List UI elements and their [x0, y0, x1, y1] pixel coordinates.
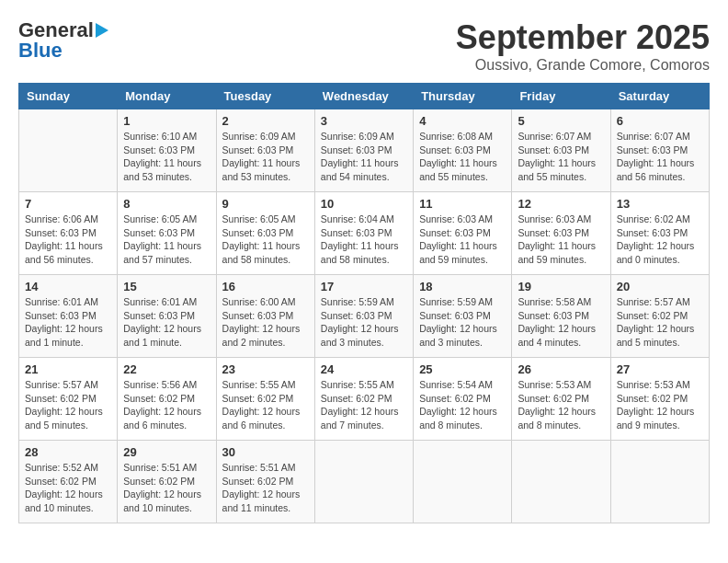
day-info: Sunrise: 5:55 AMSunset: 6:02 PMDaylight:…	[321, 378, 407, 432]
calendar-cell: 22Sunrise: 5:56 AMSunset: 6:02 PMDayligh…	[118, 358, 216, 441]
day-number: 12	[518, 197, 604, 211]
day-info: Sunrise: 6:03 AMSunset: 6:03 PMDaylight:…	[518, 213, 604, 267]
day-info: Sunrise: 6:02 AMSunset: 6:03 PMDaylight:…	[617, 213, 703, 267]
calendar-cell: 4Sunrise: 6:08 AMSunset: 6:03 PMDaylight…	[414, 109, 512, 192]
calendar-cell: 7Sunrise: 6:06 AMSunset: 6:03 PMDaylight…	[19, 192, 118, 275]
calendar-cell: 1Sunrise: 6:10 AMSunset: 6:03 PMDaylight…	[118, 109, 216, 192]
day-info: Sunrise: 6:06 AMSunset: 6:03 PMDaylight:…	[25, 213, 111, 267]
calendar-cell: 16Sunrise: 6:00 AMSunset: 6:03 PMDayligh…	[216, 275, 314, 358]
calendar-cell: 15Sunrise: 6:01 AMSunset: 6:03 PMDayligh…	[118, 275, 216, 358]
day-number: 25	[419, 362, 506, 376]
calendar-cell: 12Sunrise: 6:03 AMSunset: 6:03 PMDayligh…	[512, 192, 610, 275]
day-info: Sunrise: 6:09 AMSunset: 6:03 PMDaylight:…	[321, 130, 407, 184]
calendar-cell: 28Sunrise: 5:52 AMSunset: 6:02 PMDayligh…	[19, 441, 118, 523]
day-number: 28	[25, 445, 111, 459]
page-title: September 2025	[456, 18, 710, 57]
weekday-header-tuesday: Tuesday	[216, 84, 314, 109]
calendar-cell: 18Sunrise: 5:59 AMSunset: 6:03 PMDayligh…	[414, 275, 512, 358]
calendar-cell: 29Sunrise: 5:51 AMSunset: 6:02 PMDayligh…	[118, 441, 216, 523]
day-info: Sunrise: 6:04 AMSunset: 6:03 PMDaylight:…	[321, 213, 407, 267]
calendar-cell: 30Sunrise: 5:51 AMSunset: 6:02 PMDayligh…	[216, 441, 314, 523]
calendar-cell	[610, 441, 709, 523]
weekday-header-thursday: Thursday	[414, 84, 512, 109]
calendar-cell: 17Sunrise: 5:59 AMSunset: 6:03 PMDayligh…	[314, 275, 413, 358]
day-info: Sunrise: 6:07 AMSunset: 6:03 PMDaylight:…	[617, 130, 703, 184]
day-number: 10	[321, 197, 407, 211]
week-row-4: 21Sunrise: 5:57 AMSunset: 6:02 PMDayligh…	[19, 358, 710, 441]
calendar-cell: 24Sunrise: 5:55 AMSunset: 6:02 PMDayligh…	[314, 358, 413, 441]
calendar-cell: 27Sunrise: 5:53 AMSunset: 6:02 PMDayligh…	[610, 358, 709, 441]
weekday-header-friday: Friday	[512, 84, 610, 109]
day-number: 5	[518, 114, 604, 128]
day-number: 20	[617, 280, 703, 293]
day-info: Sunrise: 5:55 AMSunset: 6:02 PMDaylight:…	[222, 378, 309, 432]
calendar-cell: 20Sunrise: 5:57 AMSunset: 6:02 PMDayligh…	[610, 275, 709, 358]
calendar-cell: 26Sunrise: 5:53 AMSunset: 6:02 PMDayligh…	[512, 358, 610, 441]
calendar-cell: 13Sunrise: 6:02 AMSunset: 6:03 PMDayligh…	[610, 192, 709, 275]
day-number: 14	[25, 280, 111, 293]
day-info: Sunrise: 6:10 AMSunset: 6:03 PMDaylight:…	[123, 130, 210, 184]
day-number: 23	[222, 362, 309, 376]
calendar-cell	[314, 441, 413, 523]
weekday-header-sunday: Sunday	[19, 84, 118, 109]
logo-blue: Blue	[18, 39, 63, 63]
day-info: Sunrise: 5:56 AMSunset: 6:02 PMDaylight:…	[123, 378, 210, 432]
day-info: Sunrise: 6:00 AMSunset: 6:03 PMDaylight:…	[222, 295, 309, 350]
weekday-header-saturday: Saturday	[610, 84, 709, 109]
calendar-cell: 25Sunrise: 5:54 AMSunset: 6:02 PMDayligh…	[414, 358, 512, 441]
day-number: 22	[123, 362, 210, 376]
weekday-header-row: SundayMondayTuesdayWednesdayThursdayFrid…	[19, 84, 710, 109]
day-number: 17	[321, 280, 407, 293]
day-info: Sunrise: 5:59 AMSunset: 6:03 PMDaylight:…	[419, 295, 506, 350]
day-number: 21	[25, 362, 111, 376]
day-number: 24	[321, 362, 407, 376]
week-row-1: 1Sunrise: 6:10 AMSunset: 6:03 PMDaylight…	[19, 109, 710, 192]
day-number: 3	[321, 114, 407, 128]
calendar-cell: 5Sunrise: 6:07 AMSunset: 6:03 PMDaylight…	[512, 109, 610, 192]
calendar-cell: 6Sunrise: 6:07 AMSunset: 6:03 PMDaylight…	[610, 109, 709, 192]
day-number: 1	[123, 114, 210, 128]
calendar-cell	[512, 441, 610, 523]
day-info: Sunrise: 6:01 AMSunset: 6:03 PMDaylight:…	[25, 295, 111, 350]
day-info: Sunrise: 5:52 AMSunset: 6:02 PMDaylight:…	[25, 461, 111, 515]
day-info: Sunrise: 6:07 AMSunset: 6:03 PMDaylight:…	[518, 130, 604, 184]
week-row-3: 14Sunrise: 6:01 AMSunset: 6:03 PMDayligh…	[19, 275, 710, 358]
day-info: Sunrise: 6:05 AMSunset: 6:03 PMDaylight:…	[222, 213, 309, 267]
day-info: Sunrise: 6:05 AMSunset: 6:03 PMDaylight:…	[123, 213, 210, 267]
day-info: Sunrise: 6:08 AMSunset: 6:03 PMDaylight:…	[419, 130, 506, 184]
day-number: 9	[222, 197, 309, 211]
calendar-cell	[414, 441, 512, 523]
calendar-cell	[19, 109, 118, 192]
day-info: Sunrise: 5:53 AMSunset: 6:02 PMDaylight:…	[617, 378, 703, 432]
day-info: Sunrise: 5:57 AMSunset: 6:02 PMDaylight:…	[617, 295, 703, 350]
weekday-header-monday: Monday	[118, 84, 216, 109]
day-number: 6	[617, 114, 703, 128]
calendar-cell: 8Sunrise: 6:05 AMSunset: 6:03 PMDaylight…	[118, 192, 216, 275]
calendar-table: SundayMondayTuesdayWednesdayThursdayFrid…	[18, 83, 710, 523]
day-number: 11	[419, 197, 506, 211]
calendar-cell: 23Sunrise: 5:55 AMSunset: 6:02 PMDayligh…	[216, 358, 314, 441]
header: General Blue September 2025 Oussivo, Gra…	[18, 18, 710, 74]
day-info: Sunrise: 5:51 AMSunset: 6:02 PMDaylight:…	[123, 461, 210, 515]
day-info: Sunrise: 5:51 AMSunset: 6:02 PMDaylight:…	[222, 461, 309, 515]
logo: General Blue	[18, 18, 108, 63]
calendar-cell: 14Sunrise: 6:01 AMSunset: 6:03 PMDayligh…	[19, 275, 118, 358]
day-number: 4	[419, 114, 506, 128]
day-number: 26	[518, 362, 604, 376]
day-number: 27	[617, 362, 703, 376]
day-number: 7	[25, 197, 111, 211]
weekday-header-wednesday: Wednesday	[314, 84, 413, 109]
day-info: Sunrise: 6:09 AMSunset: 6:03 PMDaylight:…	[222, 130, 309, 184]
calendar-cell: 19Sunrise: 5:58 AMSunset: 6:03 PMDayligh…	[512, 275, 610, 358]
day-number: 19	[518, 280, 604, 293]
calendar-cell: 2Sunrise: 6:09 AMSunset: 6:03 PMDaylight…	[216, 109, 314, 192]
title-block: September 2025 Oussivo, Grande Comore, C…	[456, 18, 710, 74]
day-number: 2	[222, 114, 309, 128]
day-info: Sunrise: 6:01 AMSunset: 6:03 PMDaylight:…	[123, 295, 210, 350]
calendar-cell: 21Sunrise: 5:57 AMSunset: 6:02 PMDayligh…	[19, 358, 118, 441]
day-number: 8	[123, 197, 210, 211]
day-number: 13	[617, 197, 703, 211]
day-info: Sunrise: 5:57 AMSunset: 6:02 PMDaylight:…	[25, 378, 111, 432]
day-number: 15	[123, 280, 210, 293]
day-info: Sunrise: 5:54 AMSunset: 6:02 PMDaylight:…	[419, 378, 506, 432]
